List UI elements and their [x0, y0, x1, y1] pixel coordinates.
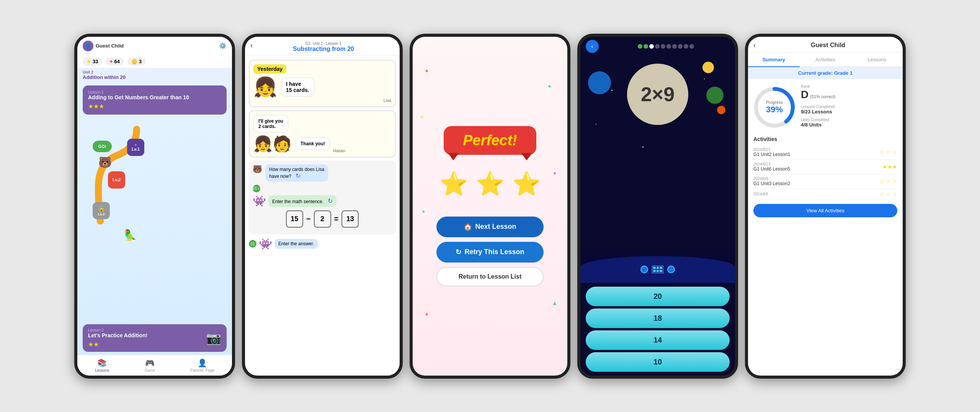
units-completed-stat: Units Completed 4/8 Units: [801, 118, 897, 128]
characters-2: 👧🧑: [253, 135, 292, 153]
dot-6: [666, 44, 671, 49]
math-num1: 15: [286, 210, 303, 228]
speech-bubble-1: I have15 cards.: [281, 77, 314, 97]
answer-hint-bubble: Enter the math sentence. ↻: [268, 195, 336, 207]
stats-bar: ★ 33 ♥ 64 🪙 3: [77, 55, 232, 68]
bottom-nav: 📚 Lessons 🎮 Game 👤 Parents' Page: [77, 355, 232, 376]
comic-box-2: I'll give you2 cards. 👧🧑 Thank you! Hasa…: [249, 110, 396, 158]
character-name-2: Hasan: [333, 148, 345, 153]
view-all-activities-button[interactable]: View All Activities: [753, 204, 897, 217]
space-scene: 2×9: [580, 56, 735, 283]
answer-row-1: 01✓: [253, 185, 392, 192]
answer-10[interactable]: 10: [586, 352, 730, 372]
activity-stars-4: ☆ ☆ ☆: [879, 191, 897, 197]
math-eq: =: [334, 215, 339, 223]
star-3: ⭐: [512, 170, 541, 197]
dot-9: [684, 44, 688, 49]
nav-game[interactable]: 🎮 Game: [145, 358, 155, 373]
control-1: [640, 266, 648, 273]
answer-buttons: 20 18 14 10: [580, 283, 735, 376]
bottom-chat-hint: 01 👾 Enter the answer.: [249, 238, 396, 250]
lv2-node[interactable]: Lv.2: [108, 171, 125, 189]
answer-14[interactable]: 14: [586, 330, 730, 350]
lesson-content: Yesterday 👧 I have15 cards. Lisa I'll gi…: [245, 56, 400, 376]
cockpit-controls: [640, 266, 675, 273]
next-lesson-button[interactable]: 🏠 Next Lesson: [436, 217, 544, 237]
lesson-1-title: Adding to Get Numbers Greater than 10: [88, 94, 221, 100]
user-info: 👤 Guest Child: [83, 41, 124, 51]
report-tabs: Summary Activities Lessons: [748, 53, 903, 67]
answer-row-green: 👾 Enter the math sentence. ↻: [253, 195, 392, 207]
back-button-4[interactable]: ‹: [586, 40, 599, 53]
activity-date-2: 2024/8/13: [753, 162, 790, 166]
activity-stars-3: ☆ ☆ ☆: [879, 178, 897, 184]
back-button-5[interactable]: ‹: [753, 41, 756, 49]
refresh-icon-2[interactable]: ↻: [328, 198, 333, 204]
control-2: [667, 266, 675, 273]
answer-20[interactable]: 20: [586, 287, 730, 306]
activities-title: Activities: [753, 136, 897, 142]
nav-lessons[interactable]: 📚 Lessons: [95, 358, 109, 373]
planet-green: [706, 87, 724, 104]
refresh-icon[interactable]: ↻: [296, 172, 301, 179]
dot-10: [689, 44, 694, 49]
dot-5: [661, 44, 665, 49]
stars-count: 33: [93, 59, 98, 64]
star-2: ⭐: [476, 170, 505, 197]
return-to-list-button[interactable]: Return to Lesson List: [436, 267, 544, 286]
answer-18[interactable]: 18: [586, 309, 730, 328]
tab-lessons[interactable]: Lessons: [851, 53, 903, 66]
back-button[interactable]: ‹: [250, 41, 253, 49]
answer-badge-2: 01: [249, 240, 256, 248]
progress-label: Progress: [766, 100, 783, 105]
phones-container: 👤 Guest Child ⚙️ ★ 33 ♥ 64 🪙 3: [74, 34, 906, 379]
activity-name-1: G1 Unit2 Lesson1: [753, 152, 790, 157]
answer-badge-1: 01✓: [253, 185, 260, 192]
lesson-subtitle: G1: Unit 2 · Lesson 1: [250, 41, 394, 46]
phone-4: ‹: [577, 34, 738, 379]
progress-value: 39%: [766, 105, 783, 115]
retry-icon: ↻: [456, 248, 461, 256]
lesson-2-card[interactable]: Lesson 2 Let's Practice Addition! ★★ 📷: [83, 324, 227, 352]
map-path-svg: [77, 118, 177, 225]
confetti-5: ▲: [552, 300, 558, 307]
dot-8: [678, 44, 683, 49]
enter-answer-bubble: Enter the answer.: [274, 239, 318, 249]
monster-icon-2: 👾: [259, 238, 272, 250]
lesson-1-card[interactable]: Lesson 1 Adding to Get Numbers Greater t…: [83, 85, 227, 115]
parents-icon: 👤: [198, 358, 207, 368]
dot-1: [638, 44, 642, 49]
grade-badge: Rank D (51% correct): [801, 84, 897, 101]
game-icon: 🎮: [145, 358, 155, 368]
lesson-2-label: Lesson 2: [88, 328, 147, 332]
phone-2: ‹ G1: Unit 2 · Lesson 1 Substracting fro…: [242, 34, 403, 379]
child-name: Guest Child: [759, 42, 897, 49]
progress-area: Progress 39% Rank D (51% corre: [753, 84, 897, 131]
confetti-1: ✦: [424, 67, 429, 75]
chat-area: 🐻 How many cards does Lisahave now? ↻ 01…: [249, 161, 396, 235]
confetti-4: ✦: [424, 311, 429, 318]
phone5-header: ‹ Guest Child: [748, 37, 903, 53]
dot-4: [655, 44, 660, 49]
retry-lesson-button[interactable]: ↻ Retry This Lesson: [436, 242, 544, 263]
go-node[interactable]: GO!: [93, 141, 112, 152]
question-bubble: How many cards does Lisahave now? ↻: [265, 164, 328, 182]
confetti-2: ✦: [547, 83, 552, 90]
lv1-node[interactable]: ♥ Lv.1: [127, 139, 144, 156]
nav-parents[interactable]: 👤 Parents' Page: [190, 358, 214, 373]
activity-row-2: 2024/8/13 G1 Unit6 Lesson5 ★★★: [753, 160, 897, 174]
current-grade-banner: Current grade: Grade 1: [748, 67, 903, 79]
phone-3: ✦ ✦ ● ✦ ▲ ■ ■ Perfect! ⭐ ⭐ ⭐ 🏠 Next Less…: [410, 34, 570, 379]
star-1: ⭐: [439, 170, 468, 197]
cockpit-area: [580, 133, 735, 283]
progress-dots: [602, 44, 730, 49]
character-name-1: Lisa: [253, 98, 391, 103]
math-equation: 15 − 2 = 13: [253, 210, 392, 228]
tab-activities[interactable]: Activities: [800, 53, 851, 66]
tab-summary[interactable]: Summary: [748, 53, 800, 67]
settings-icon[interactable]: ⚙️: [219, 42, 227, 49]
activity-stars-2: ★★★: [882, 164, 897, 170]
planet-orange: [717, 106, 725, 114]
phone-5: ‹ Guest Child Summary Activities Lessons…: [745, 34, 906, 379]
cockpit-panel: [580, 256, 735, 283]
